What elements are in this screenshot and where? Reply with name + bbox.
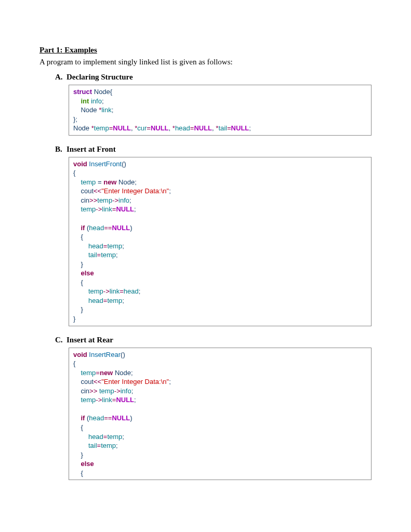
- var-head: head: [175, 124, 190, 132]
- op-eq: =: [97, 442, 101, 449]
- semi: ;: [135, 178, 137, 186]
- paren: (): [122, 160, 126, 168]
- null-literal: NULL: [116, 396, 134, 404]
- var-temp: temp: [88, 287, 103, 295]
- semi: ;: [116, 251, 118, 259]
- op-eqeq: ==: [104, 414, 112, 422]
- var-tail: tail: [218, 124, 227, 132]
- var-temp: temp: [81, 396, 96, 404]
- section-a-title: Declaring Structure: [67, 73, 133, 81]
- var-temp: temp: [81, 369, 96, 377]
- null-literal: NULL: [194, 124, 212, 132]
- var-temp: temp: [101, 251, 116, 259]
- ident-cout: cout: [81, 378, 94, 385]
- var-temp: temp: [94, 124, 109, 132]
- brace: {: [81, 233, 83, 241]
- intro-text: A program to implement singly linked lis…: [39, 58, 372, 66]
- section-c-title: Insert at Rear: [67, 336, 113, 344]
- var-info: info: [121, 387, 131, 395]
- semi: ;: [122, 242, 124, 250]
- op-lsh: <<: [94, 187, 101, 195]
- op-eq: =: [147, 124, 151, 132]
- op-arrow: ->: [112, 196, 118, 204]
- ident-cout: cout: [81, 187, 94, 195]
- kw-else: else: [81, 269, 94, 277]
- ident-cin: cin: [81, 387, 89, 395]
- brace: }: [81, 451, 83, 459]
- string-literal: "Enter Integer Data:\n": [101, 187, 169, 195]
- null-literal: NULL: [116, 205, 134, 213]
- comma: ,: [169, 124, 171, 132]
- brace: {: [81, 278, 83, 286]
- var-info: info: [118, 196, 129, 204]
- op-lsh: <<: [94, 378, 101, 385]
- section-b-letter: B.: [55, 145, 67, 154]
- section-a-heading: A.Declaring Structure: [55, 73, 372, 82]
- var-link: link: [110, 287, 120, 295]
- ident-cin: cin: [81, 196, 89, 204]
- op-arrow: ->: [114, 387, 121, 395]
- var-temp: temp: [81, 205, 96, 213]
- null-literal: NULL: [112, 224, 130, 232]
- brace: {: [110, 88, 112, 96]
- ident-node: Node: [73, 124, 89, 132]
- var-head: head: [89, 224, 104, 232]
- brace: }: [81, 260, 83, 268]
- op-eqeq: ==: [104, 224, 112, 232]
- semi: ;: [249, 124, 251, 132]
- semi: ;: [112, 106, 114, 114]
- semi: ;: [129, 196, 131, 204]
- op-arrow: ->: [103, 287, 110, 295]
- var-link: link: [101, 106, 112, 114]
- var-head: head: [124, 287, 139, 295]
- var-temp: temp: [81, 178, 96, 186]
- op-rsh: >>: [89, 387, 97, 395]
- var-temp: temp: [107, 242, 122, 250]
- op-eq: =: [227, 124, 231, 132]
- brace: };: [73, 115, 77, 123]
- semi: ;: [169, 187, 171, 195]
- op-arrow: ->: [96, 396, 102, 404]
- var-link: link: [102, 396, 112, 404]
- var-temp: temp: [99, 387, 114, 395]
- string-literal: "Enter Integer Data:\n": [101, 378, 169, 385]
- null-literal: NULL: [151, 124, 169, 132]
- null-literal: NULL: [113, 124, 131, 132]
- brace: {: [81, 469, 83, 477]
- var-temp: temp: [107, 297, 122, 304]
- op-arrow: ->: [96, 205, 102, 213]
- var-temp: temp: [107, 433, 122, 441]
- semi: ;: [122, 297, 124, 304]
- brace: }: [73, 315, 75, 323]
- op-eq: =: [96, 178, 103, 186]
- kw-struct: struct: [73, 88, 92, 96]
- code-block-a: struct Node{ int info; Node *link;};Node…: [69, 85, 372, 136]
- var-tail: tail: [88, 251, 97, 259]
- semi: ;: [134, 396, 136, 404]
- ident-node: Node: [81, 106, 97, 114]
- brace: {: [81, 423, 83, 431]
- var-link: link: [102, 205, 112, 213]
- kw-new: new: [103, 178, 116, 186]
- op-rsh: >>: [89, 196, 97, 204]
- op-eq: =: [120, 287, 124, 295]
- var-info: info: [91, 97, 102, 105]
- kw-int: int: [81, 97, 89, 105]
- code-block-c: void InsertRear(){ temp=new Node; cout<<…: [69, 348, 372, 481]
- part-title: Part 1: Examples: [39, 46, 372, 55]
- comma: ,: [212, 124, 214, 132]
- var-temp: temp: [97, 196, 112, 204]
- semi: ;: [169, 378, 171, 385]
- var-temp: temp: [101, 442, 116, 449]
- brace: }: [81, 305, 83, 313]
- kw-else: else: [81, 460, 94, 468]
- ident-node: Node: [94, 88, 110, 96]
- page: Part 1: Examples A program to implement …: [0, 0, 411, 501]
- semi: ;: [134, 205, 136, 213]
- kw-void: void: [73, 351, 87, 358]
- op-eq: =: [96, 369, 100, 377]
- op-eq: =: [97, 251, 101, 259]
- ident-node: Node: [118, 178, 135, 186]
- var-cur: cur: [137, 124, 147, 132]
- ident-node: Node: [115, 369, 131, 377]
